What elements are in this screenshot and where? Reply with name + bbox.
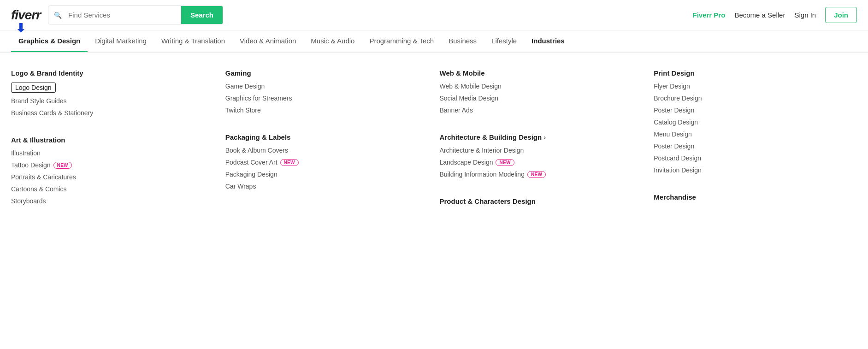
section-merchandise: Merchandise [654, 193, 857, 207]
logo[interactable]: fiverr ⬇ [11, 8, 41, 23]
section-title-web-mobile: Web & Mobile [440, 69, 643, 77]
dropdown-col-2: Gaming Game Design Graphics for Streamer… [225, 69, 429, 225]
menu-item-twitch-store[interactable]: Twitch Store [225, 106, 429, 114]
section-title-gaming: Gaming [225, 69, 429, 77]
cat-nav-music-audio[interactable]: Music & Audio [303, 30, 362, 52]
cat-nav-lifestyle[interactable]: Lifestyle [484, 30, 524, 52]
new-badge-podcast: NEW [280, 159, 299, 166]
category-nav: Graphics & Design Digital Marketing Writ… [0, 30, 868, 52]
section-print-design: Print Design Flyer Design Brochure Desig… [654, 69, 857, 178]
cat-nav-video-animation[interactable]: Video & Animation [232, 30, 303, 52]
nav-become-seller[interactable]: Become a Seller [734, 11, 785, 19]
menu-item-banner-ads[interactable]: Banner Ads [440, 106, 643, 114]
dropdown-col-1: Logo & Brand Identity Logo Design Brand … [11, 69, 214, 225]
section-title-packaging: Packaging & Labels [225, 133, 429, 141]
section-web-mobile: Web & Mobile Web & Mobile Design Social … [440, 69, 643, 118]
menu-item-flyer-design[interactable]: Flyer Design [654, 83, 857, 90]
menu-item-architecture-interior[interactable]: Architecture & Interior Design [440, 147, 643, 154]
section-title-product-characters: Product & Characters Design [440, 197, 643, 205]
menu-item-tattoo-design[interactable]: Tattoo Design NEW [11, 161, 214, 169]
section-architecture: Architecture & Building Design Architect… [440, 133, 643, 183]
dropdown-col-4: Print Design Flyer Design Brochure Desig… [654, 69, 857, 225]
menu-item-portraits[interactable]: Portraits & Caricatures [11, 173, 214, 181]
cat-nav-industries[interactable]: Industries [524, 30, 572, 52]
header-nav: Fiverr Pro Become a Seller Sign In Join [693, 7, 857, 23]
menu-item-invitation-design[interactable]: Invitation Design [654, 166, 857, 174]
section-art-illustration: Art & Illustration Illustration Tattoo D… [11, 136, 214, 209]
section-gaming: Gaming Game Design Graphics for Streamer… [225, 69, 429, 118]
menu-item-graphics-streamers[interactable]: Graphics for Streamers [225, 95, 429, 102]
search-button[interactable]: Search [181, 6, 223, 24]
menu-item-web-mobile-design[interactable]: Web & Mobile Design [440, 83, 643, 90]
menu-item-poster-design-2[interactable]: Poster Design [654, 142, 857, 150]
join-button[interactable]: Join [825, 7, 857, 23]
logo-text: fiverr [11, 8, 41, 23]
menu-item-packaging-design[interactable]: Packaging Design [225, 171, 429, 178]
section-title-architecture: Architecture & Building Design [440, 133, 643, 141]
dropdown-menu: Logo & Brand Identity Logo Design Brand … [0, 52, 868, 242]
cat-nav-programming-tech[interactable]: Programming & Tech [362, 30, 441, 52]
section-packaging-labels: Packaging & Labels Book & Album Covers P… [225, 133, 429, 195]
header: fiverr ⬇ 🔍 Search Fiverr Pro Become a Se… [0, 0, 868, 30]
new-badge-bim: NEW [527, 171, 546, 178]
new-badge-tattoo: NEW [53, 162, 72, 169]
cat-nav-digital-marketing[interactable]: Digital Marketing [88, 30, 154, 52]
search-icon: 🔍 [48, 7, 66, 24]
menu-item-game-design[interactable]: Game Design [225, 83, 429, 90]
section-title-logo-brand: Logo & Brand Identity [11, 69, 214, 77]
menu-item-landscape-design[interactable]: Landscape Design NEW [440, 159, 643, 166]
menu-item-business-cards[interactable]: Business Cards & Stationery [11, 109, 214, 117]
search-input[interactable] [66, 6, 181, 24]
new-badge-landscape: NEW [496, 159, 514, 166]
cat-nav-writing-translation[interactable]: Writing & Translation [154, 30, 232, 52]
menu-item-bim[interactable]: Building Information Modeling NEW [440, 171, 643, 178]
cat-nav-graphics-design[interactable]: Graphics & Design [11, 30, 88, 52]
menu-item-catalog-design[interactable]: Catalog Design [654, 118, 857, 126]
dropdown-col-3: Web & Mobile Web & Mobile Design Social … [440, 69, 643, 225]
cat-nav-business[interactable]: Business [441, 30, 484, 52]
nav-sign-in[interactable]: Sign In [794, 11, 816, 19]
section-product-characters: Product & Characters Design [440, 197, 643, 211]
menu-item-social-media-design[interactable]: Social Media Design [440, 95, 643, 102]
menu-item-cartoons-comics[interactable]: Cartoons & Comics [11, 185, 214, 193]
menu-item-car-wraps[interactable]: Car Wraps [225, 183, 429, 190]
section-logo-brand: Logo & Brand Identity Logo Design Brand … [11, 69, 214, 121]
section-title-print-design: Print Design [654, 69, 857, 77]
section-title-merchandise: Merchandise [654, 193, 857, 201]
menu-item-poster-design-1[interactable]: Poster Design [654, 106, 857, 114]
menu-item-brand-style-guides[interactable]: Brand Style Guides [11, 97, 214, 105]
menu-item-logo-design[interactable]: Logo Design [11, 83, 56, 93]
menu-item-illustration[interactable]: Illustration [11, 149, 214, 157]
menu-item-book-album-covers[interactable]: Book & Album Covers [225, 147, 429, 154]
menu-item-storyboards[interactable]: Storyboards [11, 197, 214, 205]
menu-item-podcast-cover-art[interactable]: Podcast Cover Art NEW [225, 159, 429, 166]
nav-fiverr-pro[interactable]: Fiverr Pro [693, 11, 726, 19]
menu-item-brochure-design[interactable]: Brochure Design [654, 95, 857, 102]
menu-item-postcard-design[interactable]: Postcard Design [654, 154, 857, 162]
search-bar: 🔍 Search [48, 6, 223, 24]
section-title-art-illustration: Art & Illustration [11, 136, 214, 144]
menu-item-menu-design[interactable]: Menu Design [654, 130, 857, 138]
